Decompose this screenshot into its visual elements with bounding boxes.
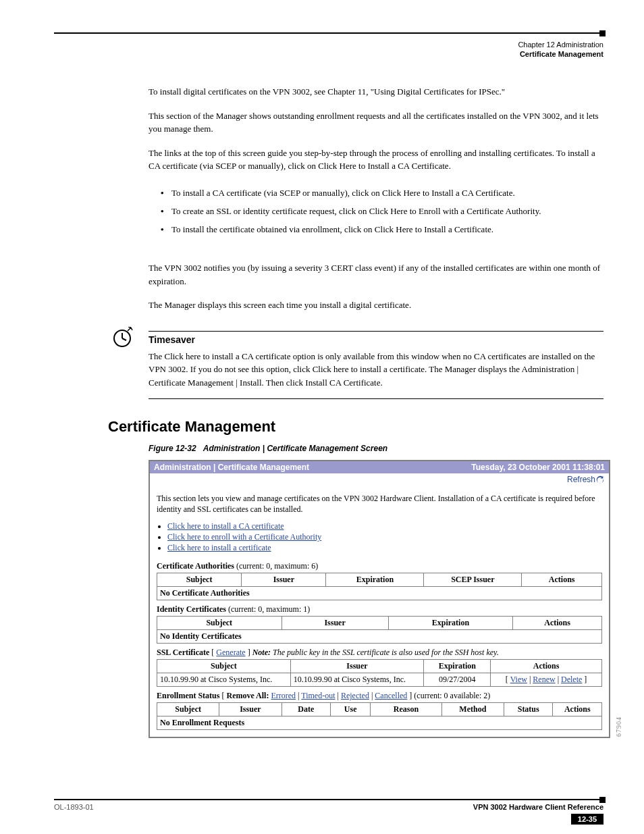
chapter-label: Chapter 12 Administration (54, 41, 603, 49)
ssl-exp: 09/27/2004 (424, 673, 491, 687)
en-col-issuer: Issuer (219, 703, 281, 716)
en-col-subject: Subject (157, 703, 219, 716)
identity-title: Identity Certificates (current: 0, maxim… (157, 604, 602, 615)
timesaver-body: The Click here to install a CA certifica… (149, 350, 603, 400)
section-heading: Certificate Management (108, 418, 603, 436)
ssl-renew-link[interactable]: Renew (533, 675, 555, 684)
id-col-exp: Expiration (388, 617, 513, 630)
ca-col-scep: SCEP Issuer (424, 573, 522, 587)
ssl-col-actions: Actions (491, 660, 602, 673)
remove-rejected-link[interactable]: Rejected (341, 691, 369, 700)
scr-intro-text: This section lets you view and manage ce… (157, 493, 602, 515)
timesaver-icon (111, 327, 134, 353)
ca-table: Subject Issuer Expiration SCEP Issuer Ac… (157, 573, 602, 600)
scr-header: Administration | Certificate Management … (150, 461, 609, 473)
ca-col-exp: Expiration (326, 573, 424, 587)
figure-title: Administration | Certificate Management … (203, 444, 387, 453)
intro-bullets: To install a CA certificate (via SCEP or… (161, 184, 603, 239)
intro-bullet-2: To create an SSL or identity certificate… (161, 202, 603, 220)
en-col-status: Status (504, 703, 552, 716)
ssl-title: SSL Certificate [ Generate ] Note: The p… (157, 648, 602, 658)
intro-p5: The Manager displays this screen each ti… (149, 298, 603, 312)
remove-errored-link[interactable]: Errored (271, 691, 296, 700)
ssl-col-exp: Expiration (424, 660, 491, 673)
ca-col-issuer: Issuer (242, 573, 326, 587)
remove-cancelled-link[interactable]: Cancelled (375, 691, 407, 700)
ca-col-subject: Subject (157, 573, 242, 587)
intro-bullet-3: To install the certificate obtained via … (161, 220, 603, 238)
intro-p4: The VPN 3002 notifies you (by issuing a … (149, 261, 603, 288)
enroll-title: Enrollment Status [ Remove All: Errored … (157, 691, 602, 701)
ssl-table: Subject Issuer Expiration Actions 10.10.… (157, 659, 602, 687)
identity-table: Subject Issuer Expiration Actions No Ide… (157, 616, 602, 644)
ssl-col-subject: Subject (157, 660, 291, 673)
footer-ref: OL-1893-01 (54, 803, 94, 811)
ssl-view-link[interactable]: View (510, 675, 527, 684)
ssl-delete-link[interactable]: Delete (561, 675, 582, 684)
page-number: 12-35 (571, 814, 603, 825)
scr-timestamp: Tuesday, 23 October 2001 11:38:01 (471, 463, 605, 472)
ssl-col-issuer: Issuer (290, 660, 424, 673)
cert-mgmt-screenshot: Administration | Certificate Management … (149, 460, 610, 738)
svg-line-2 (122, 338, 126, 340)
refresh-icon (595, 475, 605, 485)
en-col-date: Date (281, 703, 330, 716)
ssl-issuer: 10.10.99.90 at Cisco Systems, Inc. (290, 673, 424, 687)
scr-breadcrumb: Administration | Certificate Management (154, 463, 309, 472)
en-col-use: Use (330, 703, 370, 716)
ssl-row: 10.10.99.90 at Cisco Systems, Inc. 10.10… (157, 673, 602, 687)
image-number: 67904 (615, 716, 622, 737)
id-col-actions: Actions (513, 617, 602, 630)
id-empty: No Identity Certificates (157, 630, 602, 644)
ssl-actions: [ View | Renew | Delete ] (491, 673, 602, 687)
intro-p3: The links at the top of this screen guid… (149, 147, 603, 173)
scr-quick-links: Click here to install a CA certificate C… (167, 521, 602, 554)
ssl-subject: 10.10.99.90 at Cisco Systems, Inc. (157, 673, 291, 687)
intro-p1: To install digital certificates on the V… (149, 85, 603, 99)
enroll-link[interactable]: Click here to enroll with a Certificate … (167, 532, 321, 542)
refresh-link[interactable]: Refresh (567, 475, 605, 484)
figure-caption: Figure 12-32 Administration | Certificat… (149, 444, 603, 453)
ca-col-actions: Actions (522, 573, 602, 587)
id-col-subject: Subject (157, 617, 282, 630)
section-label: Certificate Management (54, 50, 603, 58)
figure-number: Figure 12-32 (149, 444, 196, 453)
id-col-issuer: Issuer (281, 617, 388, 630)
ca-title: Certificate Authorities (current: 0, max… (157, 561, 602, 571)
ssl-generate-link[interactable]: Generate (216, 648, 245, 657)
timesaver-block: Timesaver The Click here to install a CA… (149, 331, 603, 400)
en-col-method: Method (441, 703, 504, 716)
remove-timedout-link[interactable]: Timed-out (301, 691, 335, 700)
install-ca-link[interactable]: Click here to install a CA certificate (167, 521, 284, 531)
intro-p2: This section of the Manager shows outsta… (149, 109, 603, 136)
intro-bullet-1: To install a CA certificate (via SCEP or… (161, 184, 603, 202)
enroll-table: Subject Issuer Date Use Reason Method St… (157, 702, 602, 730)
timesaver-title: Timesaver (149, 334, 195, 345)
en-col-actions: Actions (553, 703, 602, 716)
en-col-reason: Reason (371, 703, 441, 716)
en-empty: No Enrollment Requests (157, 716, 602, 730)
page-footer: OL-1893-01 VPN 3002 Hardware Client Refe… (54, 799, 603, 825)
install-cert-link[interactable]: Click here to install a certificate (167, 543, 271, 552)
top-rule (54, 32, 603, 34)
footer-book-title: VPN 3002 Hardware Client Reference (473, 803, 603, 811)
ca-empty: No Certificate Authorities (157, 587, 602, 600)
